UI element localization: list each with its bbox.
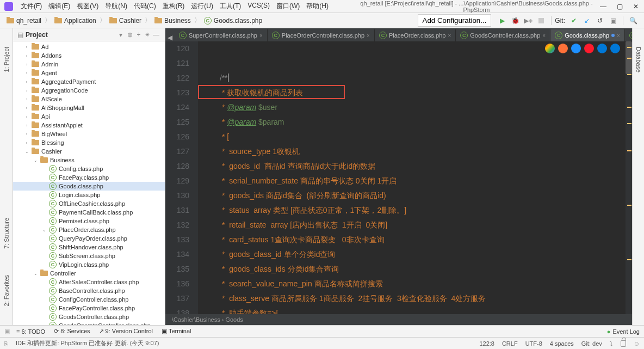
git-branch[interactable]: Git: dev <box>581 340 602 347</box>
chevron-icon[interactable]: › <box>24 45 29 50</box>
menu-item[interactable]: 帮助(H) <box>303 1 332 12</box>
chevron-icon[interactable]: ⌄ <box>33 271 38 276</box>
git-update-icon[interactable]: ↙ <box>581 15 592 26</box>
tree-item[interactable]: BaseController.class.php <box>13 286 165 295</box>
close-tab-icon[interactable]: × <box>542 33 546 39</box>
chevron-icon[interactable]: ⌄ <box>33 158 38 163</box>
structure-tool-tab[interactable]: 7: Structure <box>1 216 12 251</box>
chevron-icon[interactable]: › <box>24 88 29 93</box>
close-tab-icon[interactable]: × <box>367 33 370 39</box>
tree-item[interactable]: OffLineCashier.class.php <box>13 199 165 208</box>
tree-item[interactable]: Permiset.class.php <box>13 217 165 225</box>
caret-position[interactable]: 122:8 <box>479 340 494 347</box>
add-configuration-button[interactable]: Add Configuration... <box>418 14 492 27</box>
minimize-button[interactable]: — <box>599 3 607 10</box>
encoding[interactable]: UTF-8 <box>525 340 542 347</box>
breadcrumb-item[interactable]: qh_retail <box>4 16 44 26</box>
menu-item[interactable]: 视图(V) <box>73 1 102 12</box>
tree-item[interactable]: ShiftHandover.class.php <box>13 243 165 252</box>
tree-item[interactable]: QueryPayOrder.class.php <box>13 234 165 243</box>
menu-item[interactable]: 代码(C) <box>131 1 159 12</box>
bottom-tab[interactable]: ⟳ 8: Services <box>54 328 90 335</box>
tree-item[interactable]: ›AssistantApplet <box>13 121 165 130</box>
close-tab-icon[interactable]: × <box>617 33 620 39</box>
chevron-icon[interactable]: › <box>24 132 29 137</box>
tree-item[interactable]: ›Ad <box>13 42 165 51</box>
tree-item[interactable]: GoodsOperateController.class.php <box>13 321 165 325</box>
bottom-tab[interactable]: ≡ 6: TODO <box>16 328 45 335</box>
tabs-left-arrow[interactable]: ◀ <box>165 34 175 41</box>
gutter[interactable]: 1201211221231241251261271281291301311321… <box>165 41 198 314</box>
breadcrumb-item[interactable]: Business <box>152 16 193 26</box>
chevron-icon[interactable]: › <box>24 79 29 84</box>
debug-icon[interactable]: 🐞 <box>510 15 521 26</box>
tree-item[interactable]: ›Api <box>13 112 165 121</box>
tree-item[interactable]: ›AliShoppingMall <box>13 103 165 112</box>
editor-tab[interactable]: PlaceOrder.class.php× <box>375 29 456 41</box>
tree-item[interactable]: ›Agent <box>13 69 165 77</box>
chevron-icon[interactable]: › <box>24 53 29 58</box>
inspector-icon[interactable]: ☺ <box>634 340 640 347</box>
run-icon[interactable]: ▶ <box>497 15 507 26</box>
breadcrumb-item[interactable]: Application <box>52 16 98 26</box>
menu-item[interactable]: 重构(R) <box>159 1 188 12</box>
git-revert-icon[interactable]: ▣ <box>608 15 618 26</box>
tree-item[interactable]: FacePayController.class.php <box>13 304 165 313</box>
tree-item[interactable]: FacePay.class.php <box>13 173 165 182</box>
search-icon[interactable]: 🔍 <box>628 15 639 26</box>
opera-icon[interactable] <box>584 44 594 53</box>
tree-item[interactable]: ›AIScale <box>13 95 165 103</box>
tree-item[interactable]: ›Admin <box>13 60 165 69</box>
status-icon[interactable]: ⎘ <box>4 340 8 347</box>
tree-item[interactable]: ⌄Business <box>13 156 165 164</box>
tree-item[interactable]: ⌄PlaceOrder.class.php <box>13 225 165 234</box>
tool-strip-grip-icon[interactable]: ▣ <box>4 328 10 335</box>
tree-item[interactable]: Goods.class.php <box>13 182 165 191</box>
chevron-icon[interactable]: › <box>24 62 29 67</box>
tree-item[interactable]: ›AggregationCode <box>13 86 165 95</box>
tree-item[interactable]: Login.class.php <box>13 191 165 199</box>
tree-item[interactable]: GoodsController.class.php <box>13 313 165 321</box>
menu-item[interactable]: 编辑(E) <box>45 1 73 12</box>
menu-item[interactable]: 文件(F) <box>17 1 45 12</box>
collapse-icon[interactable]: ✴ <box>143 31 152 39</box>
ie-icon[interactable] <box>597 44 607 53</box>
editor-breadcrumb[interactable]: \Cashier\Business › Goods <box>165 314 632 325</box>
tree-item[interactable]: ›AggregatedPayment <box>13 77 165 86</box>
tree-item[interactable]: Config.class.php <box>13 164 165 173</box>
editor-tab[interactable]: SuperController.class.php× <box>175 29 268 41</box>
tree-item[interactable]: VipLogin.class.php <box>13 260 165 269</box>
tree-item[interactable]: ConfigController.class.php <box>13 295 165 304</box>
git-history-icon[interactable]: ↺ <box>595 15 605 26</box>
chevron-icon[interactable]: ⌄ <box>24 149 29 154</box>
indent[interactable]: 4 spaces <box>550 340 574 347</box>
project-tool-tab[interactable]: 1: Project <box>1 45 12 74</box>
chevron-icon[interactable]: ⌄ <box>41 228 47 232</box>
favorites-tool-tab[interactable]: 2: Favorites <box>1 273 12 308</box>
select-opened-icon[interactable]: ⊕ <box>126 31 134 39</box>
maximize-button[interactable]: ▢ <box>616 3 623 10</box>
stop-icon[interactable] <box>536 15 547 26</box>
editor-tab[interactable]: GoodsController.class.php× <box>456 29 550 41</box>
tree-item[interactable]: SubScreen.class.php <box>13 252 165 260</box>
editor-tab[interactable]: PlaceOrderController.class.php× <box>268 29 375 41</box>
breadcrumb-item[interactable]: Goods.class.php <box>202 16 264 26</box>
close-tab-icon[interactable]: × <box>259 33 263 39</box>
vcs-indicator-icon[interactable]: ⤵ <box>610 340 613 347</box>
coverage-icon[interactable]: ▶⎆ <box>523 15 534 26</box>
menu-item[interactable]: 运行(U) <box>188 1 216 12</box>
breadcrumb-item[interactable]: Cashier <box>107 16 144 26</box>
chevron-icon[interactable]: › <box>24 106 29 111</box>
tree-item[interactable]: AfterSalesController.class.php <box>13 278 165 286</box>
bottom-tab[interactable]: ↗ 9: Version Control <box>99 328 153 335</box>
project-arrow-icon[interactable]: ▤ <box>17 31 23 39</box>
firefox-icon[interactable] <box>558 44 568 53</box>
line-ending[interactable]: CRLF <box>502 340 518 347</box>
chrome-icon[interactable] <box>545 44 555 53</box>
tree-item[interactable]: PaymentCallBack.class.php <box>13 208 165 217</box>
event-log-tab[interactable]: ● Event Log <box>607 328 640 335</box>
chevron-icon[interactable]: › <box>24 140 29 145</box>
editor-tab[interactable]: Goods.class.php× <box>550 29 625 41</box>
tree-item[interactable]: ›Addons <box>13 51 165 60</box>
chevron-icon[interactable]: › <box>24 97 29 102</box>
